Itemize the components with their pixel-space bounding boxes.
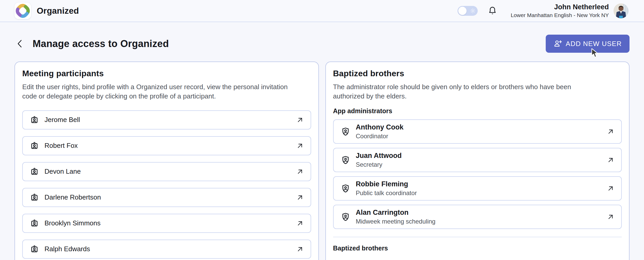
arrow-outward-icon <box>296 168 304 175</box>
participant-name: Darlene Robertson <box>44 193 101 201</box>
content-panels: Meeting participants Edit the user right… <box>0 62 644 260</box>
shield-person-icon <box>341 127 350 136</box>
person-add-icon <box>553 40 562 48</box>
participant-row[interactable]: Brooklyn Simmons <box>22 214 311 233</box>
participant-row[interactable]: Jerome Bell <box>22 110 311 129</box>
avatar[interactable] <box>613 3 628 18</box>
arrow-outward-icon <box>296 142 304 150</box>
arrow-outward-icon <box>296 219 304 227</box>
back-button[interactable] <box>14 38 25 50</box>
participant-row[interactable]: Ralph Edwards <box>22 240 311 259</box>
baptized-brothers-description: The administrator role should be given o… <box>333 82 603 101</box>
app-name: Organized <box>37 6 79 16</box>
open-profile-button[interactable] <box>296 194 304 201</box>
administrator-text: Robbie Fleming Public talk coordinator <box>356 180 417 197</box>
open-profile-button[interactable] <box>296 116 304 124</box>
arrow-outward-icon <box>607 185 615 192</box>
administrator-role: Public talk coordinator <box>356 189 417 197</box>
administrator-name: Juan Attwood <box>356 152 402 160</box>
bell-icon <box>488 6 497 16</box>
section-divider <box>333 237 622 237</box>
baptized-brothers-title: Baptized brothers <box>333 69 622 78</box>
participant-list: Jerome Bell Robert Fox <box>22 110 311 259</box>
contact-badge-icon <box>30 141 39 150</box>
open-profile-button[interactable] <box>296 219 304 227</box>
contact-badge-icon <box>30 116 39 124</box>
administrator-text: Anthony Cook Coordinator <box>356 123 403 140</box>
contact-badge-icon <box>30 193 39 202</box>
administrator-row[interactable]: Alan Carrington Midweek meeting scheduli… <box>333 205 622 229</box>
open-profile-button[interactable] <box>607 213 615 221</box>
add-new-user-button[interactable]: ADD NEW USER <box>546 35 630 53</box>
open-profile-button[interactable] <box>607 185 615 192</box>
participant-row[interactable]: Robert Fox <box>22 136 311 155</box>
shield-person-icon <box>341 212 350 221</box>
open-profile-button[interactable] <box>296 142 304 150</box>
meeting-participants-panel: Meeting participants Edit the user right… <box>14 62 319 260</box>
open-profile-button[interactable] <box>607 156 615 164</box>
shield-person-icon <box>341 184 350 193</box>
app-administrators-label: App administrators <box>333 107 622 115</box>
administrator-role: Secretary <box>356 161 402 168</box>
arrow-outward-icon <box>296 116 304 124</box>
user-name: John Netherleed <box>511 3 609 11</box>
arrow-outward-icon <box>607 156 615 164</box>
notifications-button[interactable] <box>488 6 497 16</box>
open-profile-button[interactable] <box>296 168 304 175</box>
contact-badge-icon <box>30 245 39 254</box>
shield-person-icon <box>341 155 350 165</box>
app-header: Organized John Netherleed Lower <box>0 0 644 22</box>
participant-name: Jerome Bell <box>44 116 80 124</box>
administrator-list: Anthony Cook Coordinator <box>333 119 622 229</box>
administrator-name: Robbie Fleming <box>356 180 417 188</box>
sun-icon <box>470 8 475 13</box>
administrator-text: Juan Attwood Secretary <box>356 152 402 168</box>
administrator-name: Anthony Cook <box>356 123 403 131</box>
participant-row[interactable]: Devon Lane <box>22 162 311 181</box>
chevron-left-icon <box>16 39 24 48</box>
administrator-row[interactable]: Juan Attwood Secretary <box>333 148 622 172</box>
arrow-outward-icon <box>607 213 615 221</box>
meeting-participants-description: Edit the user rights, bind profile with … <box>22 82 293 101</box>
arrow-outward-icon <box>296 194 304 201</box>
add-new-user-label: ADD NEW USER <box>566 40 622 48</box>
administrator-row[interactable]: Anthony Cook Coordinator <box>333 119 622 144</box>
administrator-name: Alan Carrington <box>356 209 436 217</box>
arrow-outward-icon <box>296 245 304 253</box>
user-congregation: Lower Manhattan English - New York NY <box>511 12 609 18</box>
baptized-brothers-group-label: Baptized brothers <box>333 244 622 252</box>
avatar-image <box>613 3 628 18</box>
administrator-role: Midweek meeting scheduling <box>356 218 436 225</box>
arrow-outward-icon <box>607 128 615 135</box>
administrator-role: Coordinator <box>356 133 403 140</box>
open-profile-button[interactable] <box>607 128 615 135</box>
page-title: Manage access to Organized <box>33 38 169 49</box>
organized-logo-icon <box>14 3 31 19</box>
page-title-row: Manage access to Organized ADD NEW USER <box>0 35 644 53</box>
toggle-knob <box>458 7 467 15</box>
open-profile-button[interactable] <box>296 245 304 253</box>
participant-row[interactable]: Darlene Robertson <box>22 188 311 207</box>
administrator-text: Alan Carrington Midweek meeting scheduli… <box>356 209 436 225</box>
participant-name: Devon Lane <box>44 167 81 175</box>
administrator-row[interactable]: Robbie Fleming Public talk coordinator <box>333 176 622 201</box>
meeting-participants-title: Meeting participants <box>22 69 311 78</box>
user-info[interactable]: John Netherleed Lower Manhattan English … <box>511 3 609 18</box>
header-right-group: John Netherleed Lower Manhattan English … <box>458 3 628 18</box>
participant-name: Robert Fox <box>44 142 78 150</box>
baptized-brothers-panel: Baptized brothers The administrator role… <box>325 62 630 260</box>
contact-badge-icon <box>30 219 39 228</box>
participant-name: Brooklyn Simmons <box>44 219 101 227</box>
theme-toggle[interactable] <box>458 6 478 16</box>
participant-name: Ralph Edwards <box>44 245 90 253</box>
contact-badge-icon <box>30 167 39 176</box>
